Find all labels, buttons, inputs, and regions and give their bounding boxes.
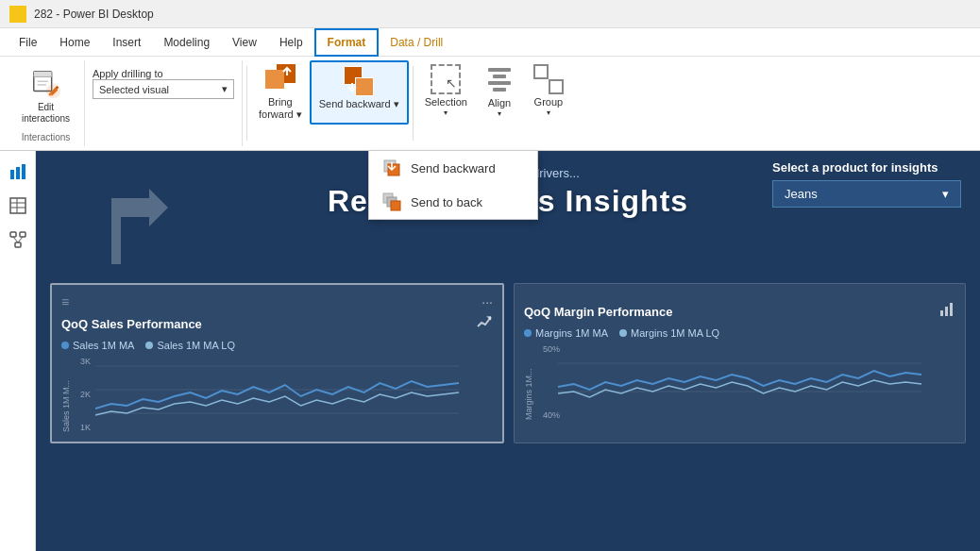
margin-legend-label-2: Margins 1M MA LQ	[631, 327, 719, 339]
canvas-arrow-decoration	[93, 179, 177, 276]
edit-interactions-label: Editinteractions	[22, 102, 70, 125]
dropdown-chevron-icon: ▾	[222, 83, 228, 95]
chart-title-margin: QoQ Margin Performance	[524, 305, 672, 319]
interactions-group-label: Interactions	[22, 128, 71, 142]
margin-legend-dot-2	[619, 329, 627, 337]
chart-header-margin: QoQ Margin Performance	[524, 301, 955, 322]
interactions-buttons: Editinteractions	[15, 64, 76, 128]
svg-rect-1	[16, 10, 20, 22]
svg-rect-29	[940, 310, 943, 316]
svg-rect-23	[15, 242, 21, 247]
chart-svg-sales	[61, 357, 459, 432]
menu-help[interactable]: Help	[268, 28, 314, 57]
menu-modeling[interactable]: Modeling	[152, 28, 221, 57]
group-label: Group	[534, 96, 564, 109]
card-menu-icon[interactable]: ···	[482, 294, 493, 309]
chart-area-sales: Sales 1M M... 3K 2K 1K	[61, 357, 493, 432]
selected-visual-dropdown[interactable]: Selected visual ▾	[93, 79, 234, 99]
send-backward-dropdown: Send backward Send to back	[368, 150, 538, 220]
charts-row: ≡ ··· QoQ Sales Performance Sa	[36, 283, 980, 443]
nav-table-icon[interactable]	[5, 192, 31, 219]
title-text: 282 - Power BI Desktop	[34, 8, 154, 21]
group-icon	[533, 64, 564, 94]
chart-legend-sales: Sales 1M MA Sales 1M MA LQ	[61, 340, 493, 351]
menu-data-drill[interactable]: Data / Drill	[379, 28, 454, 57]
apply-drilling-label: Apply drilling to	[93, 68, 163, 79]
chart-y-label-sales: Sales 1M M...	[61, 357, 71, 432]
send-backward-label: Send backward ▾	[319, 98, 399, 110]
svg-rect-22	[20, 232, 25, 237]
ribbon-separator-1	[246, 66, 247, 141]
legend-dot-2	[145, 342, 153, 349]
menu-insert[interactable]: Insert	[101, 28, 152, 57]
y-label-1k: 1K	[80, 423, 91, 432]
legend-item-2: Sales 1M MA LQ	[145, 340, 235, 351]
legend-item-1: Sales 1M MA	[61, 340, 134, 351]
left-nav	[0, 151, 36, 551]
send-backward-button[interactable]: Send backward ▾	[310, 60, 409, 125]
send-to-back-menu-icon	[382, 192, 401, 211]
chart-type-icon-sales	[476, 313, 493, 334]
legend-label-2: Sales 1M MA LQ	[157, 340, 235, 351]
qoq-margin-card[interactable]: QoQ Margin Performance Margins 1M MA	[514, 283, 966, 443]
menu-file[interactable]: File	[8, 28, 48, 57]
menu-bar: File Home Insert Modeling View Help Form…	[0, 28, 980, 57]
svg-rect-14	[10, 170, 14, 179]
chart-header-sales: QoQ Sales Performance	[61, 313, 493, 334]
send-backward-menu-icon	[382, 159, 401, 177]
selection-label: Selection	[425, 96, 467, 109]
svg-rect-17	[10, 198, 25, 213]
align-icon	[484, 64, 515, 95]
group-button[interactable]: Group ▾	[524, 60, 573, 125]
ribbon: Editinteractions Interactions Apply dril…	[0, 57, 980, 151]
nav-model-icon[interactable]	[5, 226, 31, 253]
card-drag-handle[interactable]: ≡ ···	[61, 294, 493, 309]
bring-forward-label: Bringforward ▾	[259, 96, 302, 121]
align-label: Align	[488, 97, 511, 109]
svg-rect-13	[391, 201, 400, 210]
margin-legend-label-1: Margins 1M MA	[535, 327, 608, 339]
bring-forward-button[interactable]: Bringforward ▾	[251, 60, 310, 125]
svg-rect-10	[388, 164, 399, 175]
svg-rect-31	[950, 303, 953, 316]
svg-rect-15	[16, 167, 20, 179]
edit-interactions-button[interactable]: Editinteractions	[15, 64, 76, 128]
y-label-2k: 2K	[80, 390, 91, 399]
chart-title-sales: QoQ Sales Performance	[61, 317, 202, 331]
align-button[interactable]: Align ▾	[475, 60, 524, 125]
margin-legend-item-1: Margins 1M MA	[524, 327, 608, 339]
selection-icon: ↖	[431, 64, 461, 94]
selection-chevron-icon: ▾	[444, 109, 448, 117]
nav-report-icon[interactable]	[5, 159, 31, 185]
svg-rect-2	[22, 8, 25, 22]
group-chevron-icon: ▾	[547, 109, 550, 117]
y-label-50: 50%	[543, 344, 560, 354]
ribbon-separator-2	[413, 66, 414, 141]
app-icon	[9, 6, 26, 23]
svg-rect-30	[945, 307, 948, 316]
product-label: Select a product for insights	[772, 160, 961, 175]
y-label-3k: 3K	[80, 357, 91, 366]
send-to-back-menu-label: Send to back	[411, 195, 482, 209]
svg-rect-16	[22, 164, 25, 179]
menu-home[interactable]: Home	[48, 28, 101, 57]
chart-legend-margin: Margins 1M MA Margins 1M MA LQ	[524, 327, 955, 339]
menu-format[interactable]: Format	[314, 28, 380, 57]
menu-view[interactable]: View	[221, 28, 268, 57]
legend-label-1: Sales 1M MA	[73, 340, 134, 351]
y-axis-labels-sales: 3K 2K 1K	[80, 357, 91, 432]
qoq-sales-card[interactable]: ≡ ··· QoQ Sales Performance Sa	[50, 283, 504, 443]
svg-line-25	[18, 237, 23, 242]
product-dropdown[interactable]: Jeans ▾	[772, 180, 961, 208]
chart-type-icon-margin	[938, 301, 955, 322]
legend-dot-1	[61, 342, 69, 349]
align-chevron-icon: ▾	[498, 109, 501, 118]
send-to-back-menu-item[interactable]: Send to back	[369, 185, 537, 219]
send-backward-menu-item[interactable]: Send backward	[369, 151, 537, 185]
margin-legend-item-2: Margins 1M MA LQ	[619, 327, 719, 339]
svg-line-24	[13, 237, 18, 242]
send-backward-icon	[344, 66, 374, 96]
bring-forward-icon	[265, 64, 296, 94]
selection-button[interactable]: ↖ Selection ▾	[417, 60, 475, 125]
edit-icon	[29, 68, 63, 100]
